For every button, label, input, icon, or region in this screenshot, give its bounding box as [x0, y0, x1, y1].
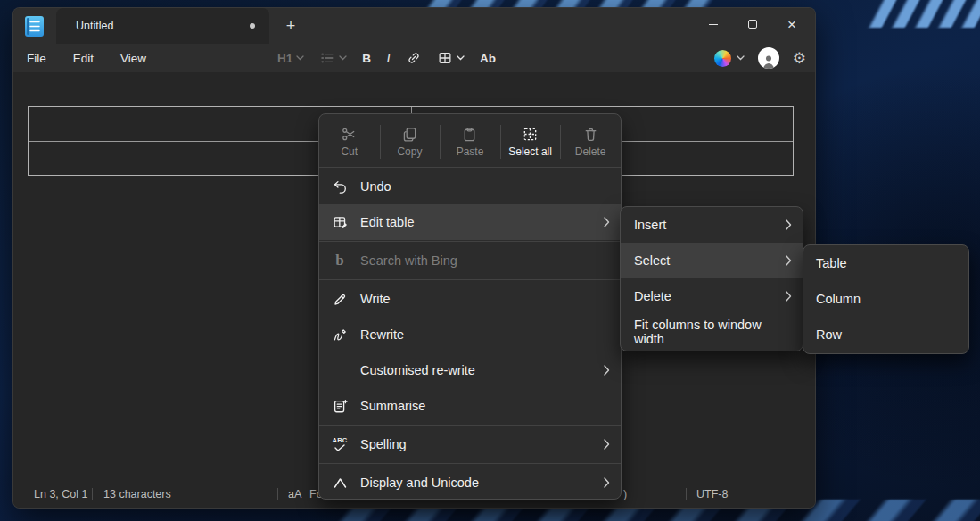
delete-button[interactable]: Delete	[560, 118, 621, 166]
chevron-right-icon	[786, 255, 792, 266]
gear-icon: ⚙	[793, 50, 806, 67]
account-button[interactable]	[758, 47, 779, 69]
encoding[interactable]: UTF-8	[696, 481, 728, 508]
chevron-right-icon	[786, 291, 792, 302]
notepad-icon	[25, 16, 44, 37]
chevron-down-icon	[339, 55, 347, 61]
minimize-icon	[709, 24, 718, 25]
minimize-button[interactable]	[694, 8, 733, 40]
submenu-item-column[interactable]: Column	[803, 281, 968, 317]
link-icon	[406, 50, 422, 66]
menu-item-display-and-unicode[interactable]: Display and Unicode	[319, 465, 621, 500]
status-divider	[92, 488, 93, 500]
titlebar-right-icons: ⚙	[714, 44, 806, 72]
command-divider	[440, 125, 441, 159]
account-icon	[760, 53, 778, 69]
copy-icon	[401, 126, 418, 143]
menu-separator	[319, 241, 621, 242]
proofing-icon: Ab	[480, 52, 496, 65]
menu-item-write[interactable]: Write	[319, 281, 621, 317]
submenu-item-delete[interactable]: Delete	[621, 278, 803, 314]
submenu-item-table[interactable]: Table	[803, 245, 968, 281]
summarise-icon	[332, 398, 349, 415]
chevron-down-icon	[296, 55, 304, 61]
menu-file[interactable]: File	[27, 52, 46, 65]
table-dropdown[interactable]	[437, 50, 465, 66]
menu-item-rewrite[interactable]: Rewrite	[319, 317, 621, 352]
menubar: File Edit View H1 B I	[13, 44, 815, 72]
wallpaper-streak	[859, 0, 980, 28]
maximize-icon	[748, 20, 757, 29]
menu-separator	[319, 279, 621, 280]
cursor-position: Ln 3, Col 1	[34, 481, 87, 508]
list-dropdown[interactable]	[319, 50, 347, 66]
table-icon	[437, 50, 453, 66]
menu-view[interactable]: View	[120, 52, 146, 65]
cut-button[interactable]: Cut	[319, 118, 380, 166]
window-controls: ×	[694, 8, 811, 40]
menu-separator	[319, 167, 621, 168]
bold-label: B	[362, 52, 371, 65]
copy-button[interactable]: Copy	[380, 118, 441, 166]
italic-button[interactable]: I	[386, 51, 391, 66]
menu-separator	[319, 425, 621, 426]
paste-icon	[461, 126, 478, 143]
edit-table-submenu: Insert Select Delete Fit columns to wind…	[620, 206, 803, 351]
submenu-item-insert[interactable]: Insert	[621, 207, 803, 243]
menu-item-edit-table[interactable]: Edit table	[319, 204, 621, 240]
select-all-button[interactable]: Select all	[500, 118, 561, 166]
spelling-icon: ABC	[332, 437, 347, 451]
submenu-item-row[interactable]: Row	[803, 317, 968, 352]
menu-item-summarise[interactable]: Summarise	[319, 388, 621, 424]
status-divider	[277, 488, 278, 500]
list-icon	[319, 50, 335, 66]
close-icon: ×	[787, 17, 796, 32]
menu-item-search-with-bing[interactable]: b Search with Bing	[319, 243, 621, 278]
paste-button[interactable]: Paste	[440, 118, 500, 166]
chevron-right-icon	[604, 217, 610, 227]
status-clipped-right: )	[623, 481, 627, 508]
command-divider	[380, 125, 381, 159]
close-button[interactable]: ×	[772, 8, 811, 40]
maximize-button[interactable]	[733, 8, 772, 40]
write-icon	[332, 291, 349, 308]
chevron-right-icon	[604, 365, 610, 376]
tab-untitled[interactable]: Untitled	[56, 8, 269, 44]
edit-table-icon	[332, 214, 349, 231]
new-tab-button[interactable]: +	[277, 13, 304, 38]
settings-button[interactable]: ⚙	[793, 49, 806, 68]
chevron-down-icon	[457, 55, 465, 61]
scissors-icon	[341, 126, 358, 143]
tab-title: Untitled	[76, 20, 113, 32]
character-count: 13 characters	[103, 481, 171, 508]
heading-dropdown[interactable]: H1	[277, 52, 304, 65]
select-all-icon	[522, 126, 539, 143]
command-divider	[560, 125, 561, 159]
menu-edit[interactable]: Edit	[73, 52, 94, 65]
menu-item-spelling[interactable]: ABC Spelling	[319, 426, 621, 462]
copilot-dropdown[interactable]	[714, 50, 745, 67]
proofing-button[interactable]: Ab	[480, 52, 496, 65]
format-toolbar: H1 B I	[277, 44, 496, 72]
caret-icon	[333, 477, 348, 489]
link-button[interactable]	[406, 50, 422, 66]
command-divider	[500, 125, 501, 159]
menu-item-customised-rewrite[interactable]: Customised re-write	[319, 352, 621, 388]
rewrite-icon	[332, 327, 349, 343]
menu-separator	[319, 463, 621, 464]
menu-item-undo[interactable]: Undo	[319, 169, 621, 204]
italic-label: I	[386, 51, 391, 66]
command-bar: Cut Copy Paste Select all Delete	[319, 114, 621, 166]
bold-button[interactable]: B	[362, 52, 371, 65]
chevron-down-icon	[737, 55, 745, 61]
context-menu: Cut Copy Paste Select all Delete	[318, 113, 622, 500]
bing-icon: b	[335, 252, 343, 269]
trash-icon	[582, 126, 599, 143]
heading-label: H1	[277, 52, 292, 65]
chevron-right-icon	[604, 439, 610, 450]
submenu-item-select[interactable]: Select	[621, 243, 803, 278]
desktop-wallpaper: Untitled + × File Edit View H1	[0, 0, 980, 521]
text-size-icon[interactable]: aA	[288, 481, 301, 508]
chevron-right-icon	[604, 477, 610, 488]
submenu-item-fit-columns[interactable]: Fit columns to window width	[621, 314, 803, 350]
